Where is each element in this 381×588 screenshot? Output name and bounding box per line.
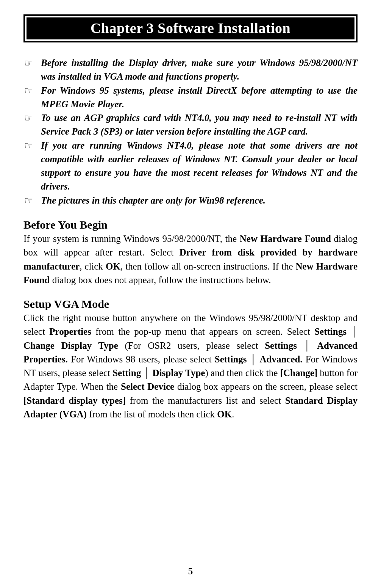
note-text: The pictures in this chapter are only fo… xyxy=(41,194,358,207)
bold-run: Setting xyxy=(112,368,141,378)
text-run: . xyxy=(232,409,234,419)
important-notes-list: ☞ Before installing the Display driver, … xyxy=(23,56,358,208)
bold-run: [Change] xyxy=(280,368,318,378)
before-you-begin-paragraph: If your system is running Windows 95/98/… xyxy=(23,232,358,287)
list-item: ☞ To use an AGP graphics card with NT4.0… xyxy=(23,111,358,139)
note-text: For Windows 95 systems, please install D… xyxy=(41,84,358,111)
text-run: dialog box does not appear, follow the i… xyxy=(50,275,271,285)
bold-run: Settings xyxy=(215,354,247,364)
pointing-hand-icon: ☞ xyxy=(23,111,41,125)
bold-run: Change Display Type xyxy=(23,340,118,351)
pointing-hand-icon: ☞ xyxy=(23,84,41,98)
text-run: from the list of models then click xyxy=(87,409,217,419)
note-text: Before installing the Display driver, ma… xyxy=(41,56,358,84)
section-heading-before-you-begin: Before You Begin xyxy=(23,218,358,231)
bold-run: OK xyxy=(106,261,120,271)
list-item: ☞ For Windows 95 systems, please install… xyxy=(23,84,358,111)
chapter-title-frame: Chapter 3 Software Installation xyxy=(23,14,358,42)
page-number: 5 xyxy=(0,566,381,577)
chapter-title: Chapter 3 Software Installation xyxy=(27,17,354,39)
pointing-hand-icon: ☞ xyxy=(23,139,41,153)
separator-icon: │ xyxy=(297,340,317,351)
text-run: (For OSR2 users, please select xyxy=(118,340,265,351)
note-text: To use an AGP graphics card with NT4.0, … xyxy=(41,111,358,139)
setup-vga-mode-paragraph: Click the right mouse button anywhere on… xyxy=(23,311,358,421)
bold-run: New Hardware Found xyxy=(240,234,331,244)
text-run: dialog box appears on the screen, please… xyxy=(174,381,358,392)
text-run: ) and then click the xyxy=(205,368,280,378)
text-run: If your system is running Windows 95/98/… xyxy=(23,234,240,244)
text-run: For Windows 98 users, please select xyxy=(68,354,215,364)
pointing-hand-icon: ☞ xyxy=(23,194,41,208)
list-item: ☞ The pictures in this chapter are only … xyxy=(23,194,358,208)
text-run: , click xyxy=(80,261,106,271)
note-text: If you are running Windows NT4.0, please… xyxy=(41,139,358,194)
bold-run: [Standard display types] xyxy=(23,395,126,406)
bold-run: Properties xyxy=(49,326,91,337)
bold-run: Display Type xyxy=(153,368,205,378)
text-run: from the manufacturers list and select xyxy=(126,395,285,406)
separator-icon: │ xyxy=(247,354,260,364)
bold-run: Select Device xyxy=(121,381,174,392)
text-run: , then follow all on-screen instructions… xyxy=(120,261,296,271)
list-item: ☞ Before installing the Display driver, … xyxy=(23,56,358,84)
separator-icon: │ xyxy=(347,326,358,337)
bold-run: Advanced. xyxy=(259,354,302,364)
list-item: ☞ If you are running Windows NT4.0, plea… xyxy=(23,139,358,194)
bold-run: Settings xyxy=(265,340,297,351)
bold-run: OK xyxy=(217,409,232,419)
bold-run: Settings xyxy=(314,326,347,337)
section-heading-setup-vga-mode: Setup VGA Mode xyxy=(23,298,358,310)
pointing-hand-icon: ☞ xyxy=(23,56,41,71)
text-run: from the pop-up menu that appears on scr… xyxy=(91,326,314,337)
separator-icon: │ xyxy=(141,368,152,378)
